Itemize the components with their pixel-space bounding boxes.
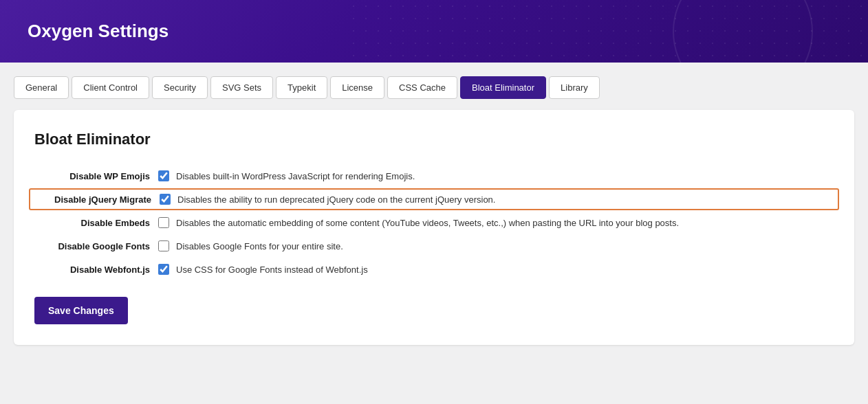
option-checkbox-disable-webfont-js[interactable] xyxy=(158,264,169,275)
option-checkbox-disable-google-fonts[interactable] xyxy=(158,240,169,251)
content-area: GeneralClient ControlSecuritySVG SetsTyp… xyxy=(0,76,868,359)
tab-license[interactable]: License xyxy=(330,76,384,99)
option-label-disable-embeds: Disable Embeds xyxy=(34,218,158,228)
option-label-disable-wp-emojis: Disable WP Emojis xyxy=(34,171,158,181)
option-row-disable-google-fonts: Disable Google FontsDisables Google Font… xyxy=(34,235,834,257)
option-description-disable-google-fonts: Disables Google Fonts for your entire si… xyxy=(176,241,343,251)
tab-general[interactable]: General xyxy=(14,76,69,99)
option-label-disable-jquery-migrate: Disable jQuery Migrate xyxy=(36,194,160,205)
tab-bloat-eliminator[interactable]: Bloat Eliminator xyxy=(460,76,546,99)
option-checkbox-disable-wp-emojis[interactable] xyxy=(158,170,169,181)
option-description-disable-webfont-js: Use CSS for Google Fonts instead of Webf… xyxy=(176,265,368,275)
option-label-disable-webfont-js: Disable Webfont.js xyxy=(34,265,158,275)
tabs-bar: GeneralClient ControlSecuritySVG SetsTyp… xyxy=(14,76,854,99)
tab-library[interactable]: Library xyxy=(549,76,600,99)
panel-title: Bloat Eliminator xyxy=(34,131,834,148)
option-row-disable-embeds: Disable EmbedsDisables the automatic emb… xyxy=(34,212,834,234)
tab-css-cache[interactable]: CSS Cache xyxy=(387,76,457,99)
option-description-disable-jquery-migrate: Disables the ability to run deprecated j… xyxy=(177,194,495,205)
option-description-disable-wp-emojis: Disables built-in WordPress JavaScript f… xyxy=(176,171,415,181)
option-checkbox-disable-embeds[interactable] xyxy=(158,217,169,228)
tab-security[interactable]: Security xyxy=(152,76,208,99)
options-list: Disable WP EmojisDisables built-in WordP… xyxy=(34,165,834,280)
header-banner: Oxygen Settings xyxy=(0,0,868,63)
option-label-disable-google-fonts: Disable Google Fonts xyxy=(34,241,158,251)
settings-panel: Bloat Eliminator Disable WP EmojisDisabl… xyxy=(14,110,854,345)
page-title: Oxygen Settings xyxy=(28,21,840,42)
tab-svg-sets[interactable]: SVG Sets xyxy=(210,76,273,99)
option-row-disable-wp-emojis: Disable WP EmojisDisables built-in WordP… xyxy=(34,165,834,187)
option-checkbox-disable-jquery-migrate[interactable] xyxy=(160,194,171,205)
option-row-disable-webfont-js: Disable Webfont.jsUse CSS for Google Fon… xyxy=(34,258,834,280)
tab-typekit[interactable]: Typekit xyxy=(276,76,327,99)
option-description-disable-embeds: Disables the automatic embedding of some… xyxy=(176,218,679,228)
option-row-disable-jquery-migrate: Disable jQuery MigrateDisables the abili… xyxy=(29,188,839,210)
tab-client-control[interactable]: Client Control xyxy=(72,76,149,99)
save-button[interactable]: Save Changes xyxy=(34,297,128,324)
